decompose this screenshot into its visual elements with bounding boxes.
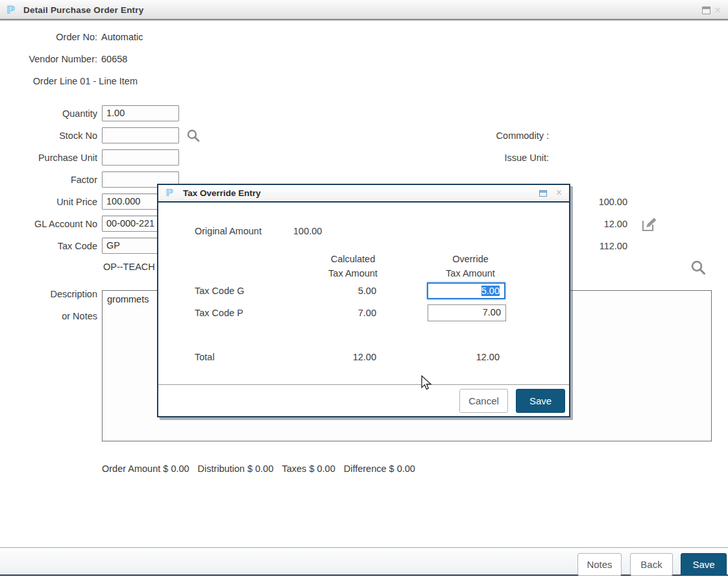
order-no-value: Automatic — [101, 32, 143, 42]
difference-total: Difference $ 0.00 — [344, 464, 415, 474]
modal-cancel-button[interactable]: Cancel — [459, 389, 508, 413]
taxes-total: Taxes $ 0.00 — [282, 464, 335, 474]
app-logo-icon: ℙ — [6, 3, 15, 16]
tax-code-label: Tax Code — [0, 241, 97, 251]
totals-bar: Order Amount $ 0.00 Distribution $ 0.00 … — [102, 464, 415, 474]
stock-no-input[interactable] — [102, 127, 179, 143]
window-close-icon[interactable]: × — [714, 5, 721, 16]
unit-price-label: Unit Price — [0, 197, 97, 207]
description-label-line2: or Notes — [0, 311, 97, 321]
purchase-unit-label: Purchase Unit — [0, 153, 97, 163]
mouse-cursor — [420, 375, 433, 393]
modal-footer-divider — [158, 384, 569, 385]
stock-no-label: Stock No — [0, 130, 97, 141]
order-amount-total: Order Amount $ 0.00 — [102, 464, 189, 474]
modal-total-calculated: 12.00 — [311, 352, 376, 362]
modal-total-label: Total — [195, 352, 215, 362]
notes-button[interactable]: Notes — [577, 553, 622, 576]
dialog-close-icon[interactable]: × — [556, 187, 562, 199]
vendor-number-value: 60658 — [101, 54, 127, 64]
tax-override-dialog: ℙ Tax Override Entry × Original Amount 1… — [157, 184, 570, 417]
commodity-label: Commodity : — [454, 130, 549, 141]
lookup-search-icon[interactable] — [690, 260, 707, 278]
issue-unit-label: Issue Unit: — [454, 153, 549, 163]
vendor-number-label: Vendor Number: — [0, 54, 97, 64]
modal-total-override: 12.00 — [435, 352, 500, 362]
window-restore-icon[interactable] — [702, 6, 710, 14]
calculated-header-line1: Calculated — [308, 254, 398, 264]
description-label-line1: Description — [0, 289, 97, 299]
window-titlebar: ℙ Detail Purchase Order Entry × — [0, 0, 728, 20]
order-line-text: Order Line 01 - Line Item — [0, 76, 138, 86]
tax-code-g-label: Tax Code G — [195, 286, 245, 296]
original-amount-value: 100.00 — [293, 226, 322, 236]
factor-label: Factor — [0, 175, 97, 185]
dialog-title: Tax Override Entry — [183, 188, 261, 198]
override-header-line2: Tax Amount — [425, 268, 516, 278]
override-header-line1: Override — [425, 254, 516, 264]
save-button[interactable]: Save — [681, 553, 727, 576]
order-no-label: Order No: — [0, 32, 97, 42]
footer-bar: Notes Back Save — [0, 547, 728, 576]
purchase-unit-input[interactable] — [102, 149, 179, 166]
dialog-restore-icon[interactable] — [539, 190, 547, 197]
tax-code-g-calculated: 5.00 — [311, 286, 376, 296]
edit-tax-icon[interactable] — [641, 217, 658, 235]
quantity-label: Quantity — [0, 108, 97, 119]
original-amount-label: Original Amount — [195, 226, 261, 236]
selected-text: 5.00 — [481, 286, 500, 296]
distribution-total: Distribution $ 0.00 — [198, 464, 274, 474]
gl-account-label: GL Account No — [0, 219, 97, 229]
tax-code-p-override-input[interactable]: 7.00 — [428, 304, 506, 321]
tax-override-titlebar: ℙ Tax Override Entry × — [158, 185, 569, 203]
quantity-input[interactable]: 1.00 — [102, 105, 179, 121]
tax-code-p-calculated: 7.00 — [311, 308, 376, 318]
modal-save-button[interactable]: Save — [516, 389, 565, 413]
window-title: Detail Purchase Order Entry — [23, 5, 143, 15]
stock-no-search-icon[interactable] — [186, 129, 200, 145]
back-button[interactable]: Back — [630, 553, 673, 576]
calculated-header-line2: Tax Amount — [308, 268, 398, 278]
tax-code-description: OP--TEACH — [103, 262, 155, 272]
tax-code-p-label: Tax Code P — [195, 308, 243, 318]
tax-code-g-override-input[interactable]: 5.00 — [427, 282, 505, 299]
dialog-logo-icon: ℙ — [166, 187, 173, 199]
